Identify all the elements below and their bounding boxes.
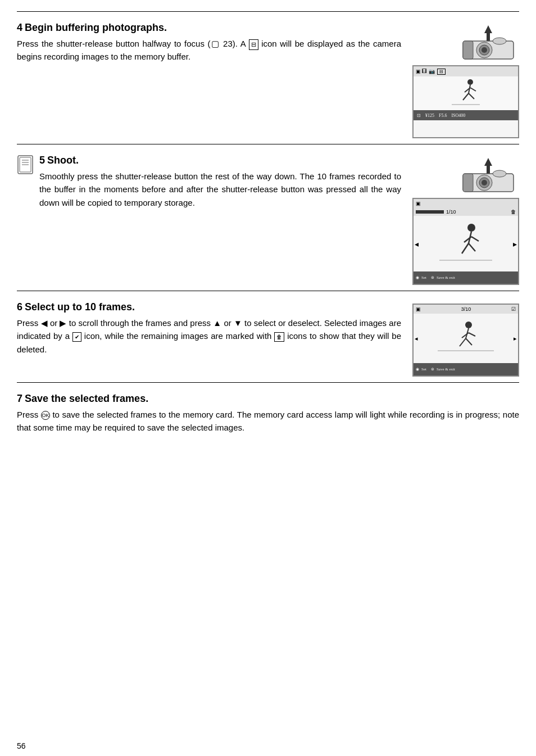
step-4-heading: 4 Begin buffering photographs. <box>17 22 401 34</box>
svg-line-30 <box>464 237 471 242</box>
svg-line-37 <box>462 333 469 338</box>
sel-right-arrow: ▸ <box>514 335 517 342</box>
section-4-diagrams: ▣ 🎞 📷 ⊟ <box>412 22 519 138</box>
trash-icon: 🗑 <box>274 332 284 342</box>
buf-progress-bar-container: 1/10 🗑 <box>414 208 518 216</box>
ok-button-icon: OK <box>41 411 50 420</box>
section-5-text: 5 Shoot. Smoothly press the shutter-rele… <box>39 155 401 285</box>
buf-set-label: Set <box>421 275 426 280</box>
section-4-text: 4 Begin buffering photographs. Press the… <box>17 22 401 138</box>
section-4: 4 Begin buffering photographs. Press the… <box>17 11 519 144</box>
runner-svg-4 <box>449 76 483 110</box>
buffer-icon: ⊟ <box>249 39 258 50</box>
camera-top-svg-5 <box>457 157 519 193</box>
vf-iso: ISO400 <box>451 113 465 118</box>
step-4-body: Press the shutter-release button half­wa… <box>17 37 401 64</box>
buf-progress-fill <box>416 210 444 214</box>
book-icon <box>17 155 34 175</box>
step-7-heading: 7 Save the selected frames. <box>17 393 519 405</box>
buf-set-icon: ◉ <box>416 275 419 280</box>
svg-line-28 <box>462 243 469 253</box>
shutter-button-diagram <box>457 24 519 61</box>
svg-line-35 <box>460 338 466 346</box>
svg-point-33 <box>465 322 472 328</box>
svg-line-12 <box>470 88 476 91</box>
buf-icon: ▣ <box>416 201 421 206</box>
shutter-button-diagram-5 <box>457 157 519 193</box>
sel-left-arrow: ◂ <box>415 335 418 342</box>
camera-top-svg <box>457 24 519 61</box>
page-content: 4 Begin buffering photographs. Press the… <box>17 11 519 440</box>
viewfinder-diagram-4: ▣ 🎞 📷 ⊟ <box>412 65 519 138</box>
svg-rect-3 <box>463 41 473 59</box>
step-6-heading: 6 Select up to 10 frames. <box>17 301 401 313</box>
svg-point-7 <box>467 79 473 85</box>
vf-shutter: ⊡ <box>417 113 421 118</box>
svg-line-38 <box>469 333 475 336</box>
sel-save-exit-label: Save & exit <box>437 367 455 372</box>
sel-counter: 3/10 <box>461 306 471 312</box>
buf-main: ◂ ▸ <box>414 216 518 271</box>
section-5: 5 Shoot. Smoothly press the shutter-rele… <box>17 144 519 291</box>
svg-point-2 <box>493 38 506 44</box>
buf-top-bar: ▣ <box>414 199 518 208</box>
svg-line-9 <box>463 93 469 100</box>
buf-left-arrow: ◂ <box>415 239 419 248</box>
vf-shutter-speed: ¥125 <box>425 113 434 118</box>
buf-save-exit-label: Save & exit <box>437 275 455 280</box>
runner-svg-6 <box>435 319 497 357</box>
vf-middle-4 <box>414 76 518 110</box>
svg-point-25 <box>482 180 487 185</box>
section-6-diagrams: ▣ 3/10 ☑ ◂ ▸ <box>412 301 519 377</box>
svg-marker-19 <box>484 158 492 174</box>
sel-ok-icon: ⊛ <box>431 367 434 372</box>
sel-set-icon: ◉ <box>416 367 419 372</box>
section-5-diagrams: ▣ 1/10 🗑 ◂ <box>412 155 519 285</box>
svg-marker-0 <box>484 25 492 41</box>
buffer-diagram-5: ▣ 1/10 🗑 ◂ <box>412 198 519 285</box>
section-6-text: 6 Select up to 10 frames. Press ◀ or ▶ t… <box>17 301 401 377</box>
buf-ok-icon: ⊛ <box>431 275 434 280</box>
vf-top-bar: ▣ 🎞 📷 ⊟ <box>414 66 518 76</box>
svg-line-31 <box>471 237 479 241</box>
buffer-mode-icon: ▣ 🎞 📷 <box>416 69 435 74</box>
svg-point-6 <box>482 47 487 53</box>
or-text-1: or <box>50 318 57 328</box>
svg-line-10 <box>469 93 474 99</box>
select-diagram-6: ▣ 3/10 ☑ ◂ ▸ <box>412 304 519 377</box>
page-number: 56 <box>17 741 26 750</box>
or-text-2: or <box>224 318 231 328</box>
section-6: 6 Select up to 10 frames. Press ◀ or ▶ t… <box>17 291 519 382</box>
svg-point-21 <box>493 170 506 177</box>
svg-line-36 <box>466 338 472 345</box>
svg-rect-22 <box>463 174 473 192</box>
sel-main: ◂ ▸ <box>414 314 518 363</box>
sel-top-bar: ▣ 3/10 ☑ <box>414 305 518 314</box>
runner-svg-5 <box>435 220 497 268</box>
buf-counter: 1/10 <box>446 209 456 215</box>
vf-bottom-bar-4: ⊡ ¥125 F5.6 ISO400 <box>414 110 518 120</box>
step-5-heading: 5 Shoot. <box>39 155 401 166</box>
buf-right-arrow: ▸ <box>513 239 517 248</box>
sel-bottom-bar: ◉ Set ⊛ Save & exit <box>414 363 518 375</box>
buffer-icon-2: ⊟ <box>437 69 446 75</box>
sel-icon: ▣ <box>416 306 421 312</box>
section-5-icon <box>17 155 34 177</box>
buf-bottom-bar: ◉ Set ⊛ Save & exit <box>414 271 518 284</box>
check-icon: ✔ <box>72 332 81 342</box>
svg-point-26 <box>467 224 475 232</box>
svg-line-29 <box>469 243 475 251</box>
section-7: 7 Save the selected frames. Press OK to … <box>17 382 519 440</box>
buf-delete-icon: 🗑 <box>511 209 516 215</box>
step-7-body: Press OK to save the selected frames to … <box>17 408 519 434</box>
sel-set-label: Set <box>421 367 426 372</box>
step-5-body: Smoothly press the shutter-release butto… <box>39 170 401 209</box>
vf-aperture: F5.6 <box>439 113 447 118</box>
sel-check-icon: ☑ <box>511 306 516 312</box>
step-6-body: Press ◀ or ▶ to scroll through the frame… <box>17 316 401 356</box>
